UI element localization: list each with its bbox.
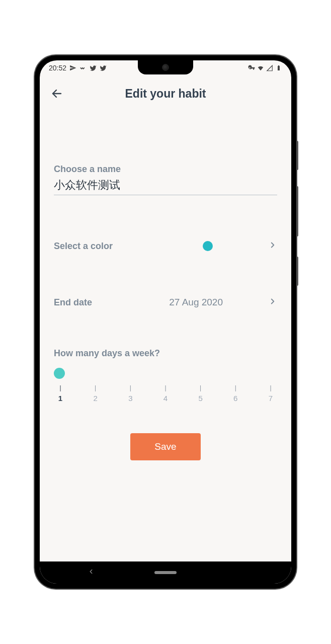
tick-3: |3 [128, 385, 133, 403]
status-time: 20:52 [49, 64, 66, 72]
send-icon [69, 64, 76, 71]
days-label: How many days a week? [54, 348, 277, 359]
tick-4: |4 [163, 385, 168, 403]
habit-name-input[interactable] [54, 175, 277, 195]
tick-6: |6 [233, 385, 238, 403]
bird-icon [100, 64, 107, 71]
side-button [296, 141, 298, 170]
bird-icon [90, 64, 97, 71]
selected-color-dot [203, 241, 213, 251]
status-right [248, 64, 282, 71]
end-date-label: End date [54, 297, 92, 308]
back-button[interactable] [48, 85, 66, 103]
slider-ticks: |1 |2 |3 |4 |5 |6 |7 [58, 385, 273, 403]
color-row[interactable]: Select a color [54, 240, 277, 252]
side-button [296, 257, 298, 286]
notch [138, 60, 193, 74]
tick-2: |2 [93, 385, 98, 403]
signal-empty-icon [266, 64, 273, 71]
side-button [296, 186, 298, 236]
arrow-left-icon [51, 88, 63, 100]
color-label: Select a color [54, 241, 113, 252]
wifi-icon [257, 64, 264, 71]
app-header: Edit your habit [40, 75, 291, 109]
badge-icon [79, 64, 87, 71]
end-date-right: 27 Aug 2020 [169, 297, 277, 308]
save-button[interactable]: Save [130, 433, 200, 460]
chevron-right-icon [268, 240, 277, 252]
end-date-row[interactable]: End date 27 Aug 2020 [54, 297, 277, 308]
tick-1: |1 [58, 385, 63, 403]
color-row-right [203, 240, 277, 252]
chevron-right-icon [268, 297, 277, 308]
battery-icon [275, 64, 282, 71]
days-slider[interactable]: |1 |2 |3 |4 |5 |6 |7 [54, 368, 277, 403]
page-title: Edit your habit [40, 87, 291, 101]
phone-screen: 20:52 [40, 60, 291, 584]
name-label: Choose a name [54, 164, 277, 175]
form-content: Choose a name Select a color End date 27… [40, 109, 291, 561]
nav-back-icon[interactable] [88, 568, 95, 577]
front-camera [162, 64, 169, 71]
vpn-key-icon [248, 64, 255, 71]
slider-thumb[interactable] [54, 368, 65, 379]
tick-7: |7 [268, 385, 273, 403]
nav-home-pill[interactable] [154, 571, 177, 574]
end-date-value: 27 Aug 2020 [169, 297, 223, 308]
tick-5: |5 [198, 385, 203, 403]
phone-frame: 20:52 [35, 55, 296, 589]
name-field-block: Choose a name [54, 164, 277, 195]
android-nav-bar [40, 561, 291, 584]
days-block: How many days a week? |1 |2 |3 |4 |5 |6 … [54, 348, 277, 403]
status-left: 20:52 [49, 64, 107, 72]
